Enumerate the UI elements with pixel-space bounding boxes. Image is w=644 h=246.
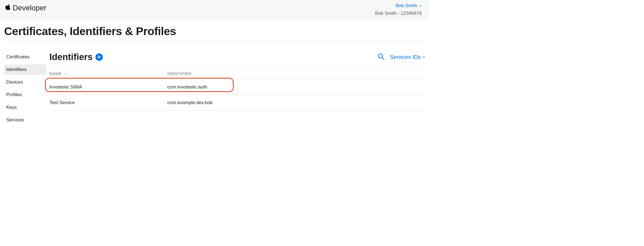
sidebar-item-keys: Keys — [4, 102, 47, 113]
table-header-row: NAME IDENTIFIER — [49, 67, 425, 79]
identifier-type-filter[interactable]: Services IDs — [390, 54, 425, 60]
team-label: Bob Smith - 12345678 — [375, 10, 422, 17]
chevron-down-icon — [422, 56, 425, 58]
sidebar-item-profiles: Profiles — [4, 90, 47, 100]
filter-label: Services IDs — [390, 54, 421, 60]
section-title: Identifiers — [49, 52, 103, 62]
search-button[interactable] — [377, 53, 385, 61]
search-icon — [377, 53, 385, 60]
user-name: Bob Smith — [396, 3, 417, 8]
plus-icon — [97, 55, 101, 59]
chevron-down-icon — [419, 5, 422, 7]
brand[interactable]: Developer — [5, 2, 46, 13]
svg-line-3 — [382, 58, 384, 59]
cell-name: Test Service — [49, 95, 167, 111]
sidebar: Certificates Identifiers Devices Profile… — [4, 52, 47, 127]
chevron-down-icon — [64, 71, 67, 76]
table-row[interactable]: Invotastic SIWA com.invotastic.auth — [49, 79, 425, 95]
column-identifier[interactable]: IDENTIFIER — [167, 67, 425, 79]
section-title-text: Identifiers — [49, 52, 93, 62]
cell-name: Invotastic SIWA — [49, 79, 167, 95]
panel-header: Identifiers — [49, 52, 425, 62]
sidebar-item-services: Services — [4, 115, 47, 125]
account-block: Bob Smith Bob Smith - 12345678 — [375, 2, 422, 17]
column-name[interactable]: NAME — [49, 67, 167, 79]
brand-text: Developer — [13, 4, 46, 12]
page-title: Certificates, Identifiers & Profiles — [4, 25, 425, 41]
apple-logo-icon — [5, 4, 11, 13]
cell-identifier: com.invotastic.auth — [167, 79, 425, 95]
table-row[interactable]: Test Service com.example.dev.bob — [49, 95, 425, 111]
identifiers-table: NAME IDENTIFIER — [49, 67, 425, 111]
sidebar-item-certificates: Certificates — [4, 52, 47, 62]
sidebar-item-devices: Devices — [4, 77, 47, 87]
add-identifier-button[interactable] — [95, 53, 103, 61]
user-menu[interactable]: Bob Smith — [375, 2, 422, 9]
sidebar-item-identifiers: Identifiers — [4, 64, 47, 75]
cell-identifier: com.example.dev.bob — [167, 95, 425, 111]
top-bar: Developer Bob Smith Bob Smith - 12345678 — [0, 0, 429, 19]
